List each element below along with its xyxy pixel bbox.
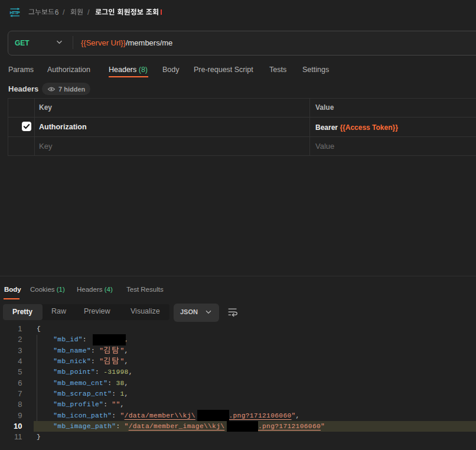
svg-text:HTTP: HTTP (10, 10, 20, 15)
